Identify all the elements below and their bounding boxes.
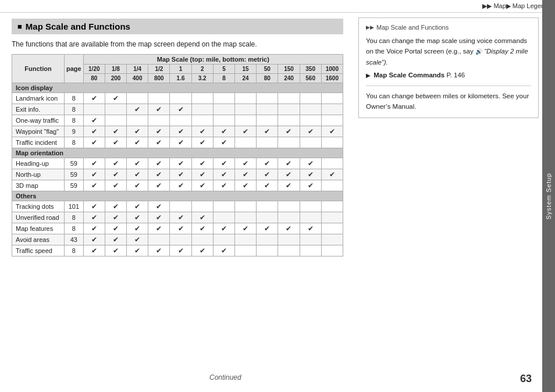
checkmark-icon: ✔ — [200, 138, 205, 147]
checkmark-icon: ✔ — [134, 247, 140, 255]
checkmark-icon: ✔ — [134, 213, 140, 222]
check-cell: ✔ — [105, 126, 126, 137]
check-cell — [300, 115, 321, 126]
section-header-row: Others — [12, 191, 343, 201]
cmd-icon: ▶ — [366, 72, 371, 79]
checkmark-icon: ✔ — [221, 224, 227, 233]
table-row: Traffic incident8✔✔✔✔✔✔✔ — [12, 137, 343, 148]
checkmark-icon: ✔ — [200, 170, 205, 179]
check-cell: ✔ — [235, 126, 257, 137]
check-cell: ✔ — [191, 180, 213, 191]
checkmark-icon: ✔ — [156, 170, 162, 179]
check-cell: ✔ — [300, 126, 321, 137]
check-cell: ✔ — [213, 158, 234, 169]
check-cell: ✔ — [321, 169, 343, 180]
check-cell — [213, 212, 234, 223]
check-cell: ✔ — [300, 169, 321, 180]
check-cell — [235, 104, 257, 115]
check-cell: ✔ — [83, 169, 105, 180]
function-cell: Map features — [12, 223, 65, 234]
check-cell: ✔ — [148, 212, 170, 223]
checkmark-icon: ✔ — [91, 236, 97, 244]
check-cell: ✔ — [127, 212, 148, 223]
check-cell: ✔ — [127, 245, 148, 256]
sidebar-tab: System Setup — [542, 0, 555, 392]
right-panel-title-text: Map Scale and Functions — [376, 24, 449, 31]
check-cell — [170, 201, 191, 212]
scale-col-header: 1 — [170, 65, 191, 74]
function-cell: Traffic speed — [12, 245, 65, 256]
page-cell: 8 — [65, 223, 84, 234]
check-cell — [213, 93, 234, 104]
checkmark-icon: ✔ — [178, 127, 184, 136]
function-cell: Exit info. — [12, 104, 65, 115]
page-cell: 8 — [65, 245, 84, 256]
check-cell: ✔ — [278, 223, 300, 234]
scale-col-header2: 200 — [105, 74, 126, 83]
checkmark-icon: ✔ — [264, 170, 270, 179]
check-cell: ✔ — [83, 201, 105, 212]
checkmark-icon: ✔ — [91, 247, 97, 255]
function-cell: Landmark icon — [12, 93, 65, 104]
scale-col-header2: 8 — [213, 74, 234, 83]
checkmark-icon: ✔ — [286, 127, 291, 136]
checkmark-icon: ✔ — [200, 247, 205, 255]
checkmark-icon: ✔ — [286, 181, 291, 190]
page-cell: 8 — [65, 104, 84, 115]
scale-col-header: 1000 — [321, 65, 343, 74]
check-cell — [300, 212, 321, 223]
check-cell: ✔ — [105, 234, 126, 245]
table-row: Avoid areas43✔✔✔ — [12, 234, 343, 245]
check-cell: ✔ — [127, 137, 148, 148]
checkmark-icon: ✔ — [178, 181, 184, 190]
check-cell: ✔ — [148, 104, 170, 115]
checkmark-icon: ✔ — [329, 170, 335, 179]
checkmark-icon: ✔ — [134, 236, 140, 244]
check-cell: ✔ — [127, 234, 148, 245]
check-cell: ✔ — [191, 137, 213, 148]
check-cell: ✔ — [83, 93, 105, 104]
table-row: One-way traffic8✔ — [12, 115, 343, 126]
checkmark-icon: ✔ — [264, 224, 270, 233]
check-cell: ✔ — [105, 93, 126, 104]
check-cell: ✔ — [257, 126, 278, 137]
checkmark-icon: ✔ — [113, 159, 119, 168]
table-row: 3D map59✔✔✔✔✔✔✔✔✔✔✔ — [12, 180, 343, 191]
check-cell: ✔ — [105, 212, 126, 223]
check-cell: ✔ — [83, 234, 105, 245]
scale-col-header: 1/2 — [148, 65, 170, 74]
check-cell — [278, 234, 300, 245]
check-cell: ✔ — [148, 169, 170, 180]
scale-col-header: 150 — [278, 65, 300, 74]
check-cell — [235, 201, 257, 212]
function-cell: Tracking dots — [12, 201, 65, 212]
scale-col-header2: 80 — [83, 74, 105, 83]
check-cell: ✔ — [148, 180, 170, 191]
check-cell: ✔ — [127, 158, 148, 169]
page-cell: 59 — [65, 169, 84, 180]
check-cell: ✔ — [105, 137, 126, 148]
checkmark-icon: ✔ — [286, 170, 291, 179]
right-panel-para2: You can change between miles or kilomete… — [366, 91, 531, 112]
check-cell: ✔ — [127, 169, 148, 180]
checkmark-icon: ✔ — [243, 224, 248, 233]
checkmark-icon: ✔ — [134, 159, 140, 168]
check-cell: ✔ — [170, 104, 191, 115]
scale-col-header2: 800 — [148, 74, 170, 83]
check-cell: ✔ — [257, 169, 278, 180]
scale-col-header: 1/20 — [83, 65, 105, 74]
function-cell: 3D map — [12, 180, 65, 191]
checkmark-icon: ✔ — [308, 159, 314, 168]
intro-text: The functions that are available from th… — [12, 40, 343, 48]
check-cell — [257, 201, 278, 212]
checkmark-icon: ✔ — [243, 159, 248, 168]
check-cell — [257, 234, 278, 245]
check-cell — [257, 104, 278, 115]
check-cell: ✔ — [148, 126, 170, 137]
map-scale-table: Function page Map Scale (top: mile, bott… — [12, 54, 343, 256]
checkmark-icon: ✔ — [113, 213, 119, 222]
check-cell — [191, 234, 213, 245]
scale-col-header: 5 — [213, 65, 234, 74]
checkmark-icon: ✔ — [113, 202, 119, 211]
check-cell: ✔ — [127, 223, 148, 234]
